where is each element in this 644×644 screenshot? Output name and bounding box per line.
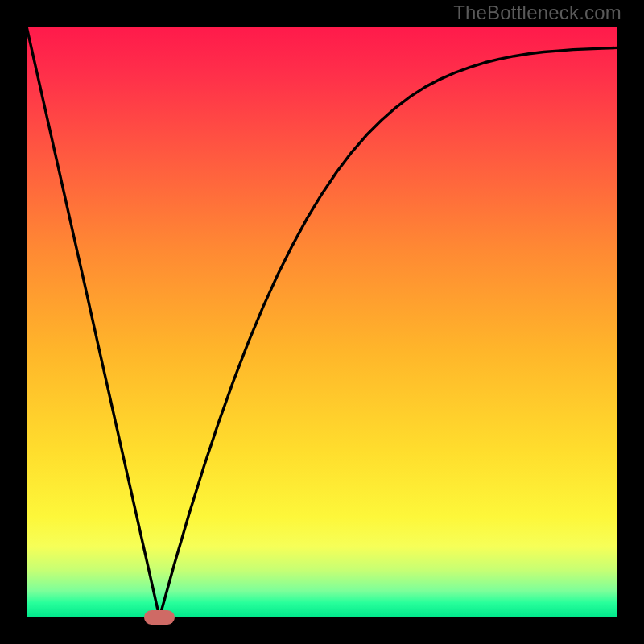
optimum-marker [144,610,175,625]
curve-path [27,27,617,617]
watermark-text: TheBottleneck.com [453,2,621,24]
bottleneck-curve [27,27,617,617]
chart-frame: TheBottleneck.com [0,0,644,644]
plot-area [27,27,617,617]
